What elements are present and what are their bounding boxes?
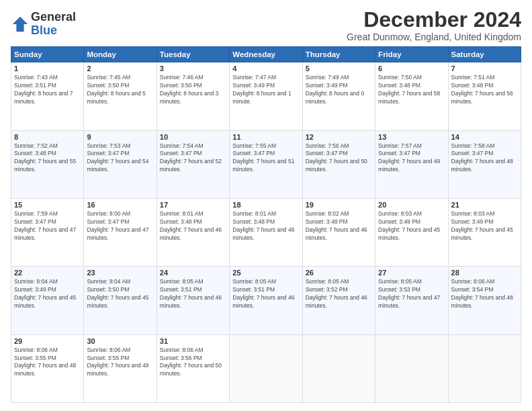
day-info: Sunrise: 8:03 AM Sunset: 3:49 PM Dayligh…: [451, 210, 518, 242]
calendar-cell: 15 Sunrise: 7:59 AM Sunset: 3:47 PM Dayl…: [11, 198, 84, 266]
day-number: 11: [232, 133, 299, 141]
day-number: 5: [306, 64, 372, 73]
day-info: Sunrise: 8:01 AM Sunset: 3:48 PM Dayligh…: [160, 210, 226, 242]
calendar-cell: 5 Sunrise: 7:49 AM Sunset: 3:49 PM Dayli…: [302, 62, 375, 130]
day-info: Sunrise: 8:04 AM Sunset: 3:50 PM Dayligh…: [87, 278, 153, 310]
day-info: Sunrise: 7:54 AM Sunset: 3:47 PM Dayligh…: [160, 142, 226, 175]
day-info: Sunrise: 7:57 AM Sunset: 3:47 PM Dayligh…: [378, 142, 445, 175]
day-number: 8: [14, 133, 81, 141]
day-number: 12: [306, 133, 372, 141]
day-info: Sunrise: 7:49 AM Sunset: 3:49 PM Dayligh…: [306, 74, 372, 106]
day-number: 1: [14, 64, 81, 73]
calendar-cell: 25 Sunrise: 8:05 AM Sunset: 3:51 PM Dayl…: [230, 267, 302, 334]
calendar-cell: 3 Sunrise: 7:46 AM Sunset: 3:50 PM Dayli…: [157, 62, 229, 130]
col-header-tuesday: Tuesday: [157, 47, 229, 62]
day-info: Sunrise: 8:01 AM Sunset: 3:48 PM Dayligh…: [232, 210, 299, 242]
day-number: 14: [451, 133, 518, 141]
day-number: 2: [87, 64, 153, 73]
col-header-wednesday: Wednesday: [230, 47, 302, 62]
day-info: Sunrise: 7:45 AM Sunset: 3:50 PM Dayligh…: [87, 74, 153, 106]
day-number: 29: [14, 337, 81, 345]
logo-line1: General: [31, 11, 76, 24]
day-number: 22: [14, 269, 81, 277]
day-info: Sunrise: 7:53 AM Sunset: 3:47 PM Dayligh…: [87, 142, 153, 175]
day-info: Sunrise: 8:06 AM Sunset: 3:55 PM Dayligh…: [14, 347, 81, 379]
calendar-cell: 2 Sunrise: 7:45 AM Sunset: 3:50 PM Dayli…: [84, 62, 157, 130]
calendar-cell: [375, 334, 448, 402]
day-number: 6: [378, 64, 445, 73]
calendar-cell: 21 Sunrise: 8:03 AM Sunset: 3:49 PM Dayl…: [448, 198, 521, 266]
day-info: Sunrise: 8:05 AM Sunset: 3:51 PM Dayligh…: [232, 278, 299, 310]
calendar-cell: 8 Sunrise: 7:52 AM Sunset: 3:48 PM Dayli…: [11, 130, 84, 198]
day-info: Sunrise: 7:52 AM Sunset: 3:48 PM Dayligh…: [14, 142, 81, 175]
col-header-friday: Friday: [375, 47, 448, 62]
day-number: 15: [14, 201, 81, 209]
location-subtitle: Great Dunmow, England, United Kingdom: [347, 32, 521, 42]
calendar-cell: [230, 334, 302, 402]
calendar-cell: 16 Sunrise: 8:00 AM Sunset: 3:47 PM Dayl…: [84, 198, 157, 266]
calendar-cell: 7 Sunrise: 7:51 AM Sunset: 3:48 PM Dayli…: [448, 62, 521, 130]
day-number: 19: [306, 201, 372, 209]
calendar-cell: 27 Sunrise: 8:05 AM Sunset: 3:53 PM Dayl…: [375, 267, 448, 334]
day-number: 3: [160, 64, 226, 73]
col-header-thursday: Thursday: [302, 47, 375, 62]
logo: General Blue: [11, 11, 76, 38]
day-number: 24: [160, 269, 226, 277]
calendar-cell: [302, 334, 375, 402]
day-info: Sunrise: 7:43 AM Sunset: 3:51 PM Dayligh…: [14, 74, 81, 106]
calendar-cell: 9 Sunrise: 7:53 AM Sunset: 3:47 PM Dayli…: [84, 130, 157, 198]
col-header-monday: Monday: [84, 47, 157, 62]
header: General Blue December 2024 Great Dunmow,…: [11, 8, 521, 42]
day-info: Sunrise: 7:47 AM Sunset: 3:49 PM Dayligh…: [232, 74, 299, 106]
calendar-cell: 19 Sunrise: 8:02 AM Sunset: 3:48 PM Dayl…: [302, 198, 375, 266]
day-number: 27: [378, 269, 445, 277]
calendar-cell: 30 Sunrise: 8:06 AM Sunset: 3:55 PM Dayl…: [84, 334, 157, 402]
day-number: 13: [378, 133, 445, 141]
logo-icon: [11, 15, 30, 34]
day-number: 20: [378, 201, 445, 209]
day-info: Sunrise: 8:06 AM Sunset: 3:56 PM Dayligh…: [160, 347, 226, 379]
day-info: Sunrise: 8:05 AM Sunset: 3:52 PM Dayligh…: [306, 278, 372, 310]
calendar-cell: 13 Sunrise: 7:57 AM Sunset: 3:47 PM Dayl…: [375, 130, 448, 198]
calendar-cell: 24 Sunrise: 8:05 AM Sunset: 3:51 PM Dayl…: [157, 267, 229, 334]
day-number: 30: [87, 337, 153, 345]
day-info: Sunrise: 8:06 AM Sunset: 3:54 PM Dayligh…: [451, 278, 518, 310]
col-header-saturday: Saturday: [448, 47, 521, 62]
calendar-cell: 26 Sunrise: 8:05 AM Sunset: 3:52 PM Dayl…: [302, 267, 375, 334]
calendar-cell: 23 Sunrise: 8:04 AM Sunset: 3:50 PM Dayl…: [84, 267, 157, 334]
calendar-cell: 22 Sunrise: 8:04 AM Sunset: 3:49 PM Dayl…: [11, 267, 84, 334]
day-number: 18: [232, 201, 299, 209]
day-info: Sunrise: 7:51 AM Sunset: 3:48 PM Dayligh…: [451, 74, 518, 106]
calendar-cell: 12 Sunrise: 7:56 AM Sunset: 3:47 PM Dayl…: [302, 130, 375, 198]
day-number: 9: [87, 133, 153, 141]
day-number: 26: [306, 269, 372, 277]
day-info: Sunrise: 8:05 AM Sunset: 3:53 PM Dayligh…: [378, 278, 445, 310]
day-number: 17: [160, 201, 226, 209]
calendar-cell: 20 Sunrise: 8:03 AM Sunset: 3:49 PM Dayl…: [375, 198, 448, 266]
day-info: Sunrise: 7:46 AM Sunset: 3:50 PM Dayligh…: [160, 74, 226, 106]
day-info: Sunrise: 8:03 AM Sunset: 3:49 PM Dayligh…: [378, 210, 445, 242]
calendar-table: SundayMondayTuesdayWednesdayThursdayFrid…: [11, 46, 521, 403]
calendar-cell: 18 Sunrise: 8:01 AM Sunset: 3:48 PM Dayl…: [230, 198, 302, 266]
col-header-sunday: Sunday: [11, 47, 84, 62]
day-number: 31: [160, 337, 226, 345]
calendar-cell: [448, 334, 521, 402]
day-number: 21: [451, 201, 518, 209]
day-info: Sunrise: 7:58 AM Sunset: 3:47 PM Dayligh…: [451, 142, 518, 175]
logo-text: General Blue: [31, 11, 76, 38]
calendar-cell: 11 Sunrise: 7:55 AM Sunset: 3:47 PM Dayl…: [230, 130, 302, 198]
page: General Blue December 2024 Great Dunmow,…: [0, 0, 532, 411]
calendar-cell: 14 Sunrise: 7:58 AM Sunset: 3:47 PM Dayl…: [448, 130, 521, 198]
day-number: 28: [451, 269, 518, 277]
calendar-cell: 10 Sunrise: 7:54 AM Sunset: 3:47 PM Dayl…: [157, 130, 229, 198]
svg-marker-0: [13, 17, 28, 32]
day-info: Sunrise: 7:56 AM Sunset: 3:47 PM Dayligh…: [306, 142, 372, 175]
month-title: December 2024: [347, 8, 521, 32]
day-number: 16: [87, 201, 153, 209]
day-info: Sunrise: 7:50 AM Sunset: 3:48 PM Dayligh…: [378, 74, 445, 106]
day-number: 4: [232, 64, 299, 73]
day-number: 10: [160, 133, 226, 141]
calendar-cell: 17 Sunrise: 8:01 AM Sunset: 3:48 PM Dayl…: [157, 198, 229, 266]
calendar-cell: 4 Sunrise: 7:47 AM Sunset: 3:49 PM Dayli…: [230, 62, 302, 130]
day-info: Sunrise: 8:05 AM Sunset: 3:51 PM Dayligh…: [160, 278, 226, 310]
